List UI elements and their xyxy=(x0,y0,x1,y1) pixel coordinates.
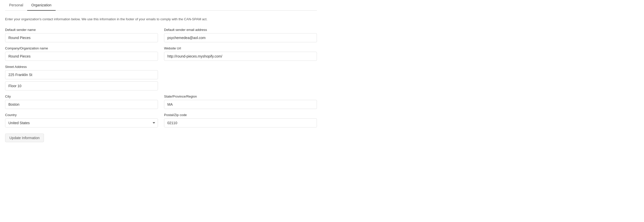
label-sender-name: Default sender name xyxy=(5,28,158,32)
label-company-name: Company/Organization name xyxy=(5,46,158,50)
update-information-button[interactable]: Update Information xyxy=(5,134,44,142)
group-company-name: Company/Organization name xyxy=(5,46,158,61)
label-street: Street Address xyxy=(5,65,158,69)
select-country[interactable]: United States Canada United Kingdom xyxy=(5,118,158,127)
group-website-url: Website Url xyxy=(164,46,317,61)
row-city-state: City State/Province/Region xyxy=(5,95,317,109)
input-company-name[interactable] xyxy=(5,52,158,61)
group-country: Country United States Canada United King… xyxy=(5,113,158,127)
tab-organization[interactable]: Organization xyxy=(27,0,55,11)
label-postal: Postal/Zip code xyxy=(164,113,317,117)
group-state: State/Province/Region xyxy=(164,95,317,109)
label-country: Country xyxy=(5,113,158,117)
input-postal[interactable] xyxy=(164,118,317,127)
description-text: Enter your organization's contact inform… xyxy=(5,17,317,22)
row-street: Street Address xyxy=(5,65,317,90)
group-street: Street Address xyxy=(5,65,158,90)
tabs-container: Personal Organization xyxy=(5,0,317,11)
input-street-2[interactable] xyxy=(5,81,158,90)
row-company: Company/Organization name Website Url xyxy=(5,46,317,61)
row-country-postal: Country United States Canada United King… xyxy=(5,113,317,127)
input-street-1[interactable] xyxy=(5,70,158,79)
button-row: Update Information xyxy=(5,132,317,142)
label-website-url: Website Url xyxy=(164,46,317,50)
group-sender-name: Default sender name xyxy=(5,28,158,42)
group-city: City xyxy=(5,95,158,109)
group-postal: Postal/Zip code xyxy=(164,113,317,127)
input-sender-name[interactable] xyxy=(5,33,158,42)
label-state: State/Province/Region xyxy=(164,95,317,98)
input-website-url[interactable] xyxy=(164,52,317,61)
page-container: Personal Organization Enter your organiz… xyxy=(0,0,322,152)
input-sender-email[interactable] xyxy=(164,33,317,42)
label-city: City xyxy=(5,95,158,98)
row-sender: Default sender name Default sender email… xyxy=(5,28,317,42)
group-street-right-spacer xyxy=(164,65,317,90)
input-city[interactable] xyxy=(5,100,158,109)
tab-personal[interactable]: Personal xyxy=(5,0,27,11)
label-sender-email: Default sender email address xyxy=(164,28,317,32)
group-sender-email: Default sender email address xyxy=(164,28,317,42)
input-state[interactable] xyxy=(164,100,317,109)
